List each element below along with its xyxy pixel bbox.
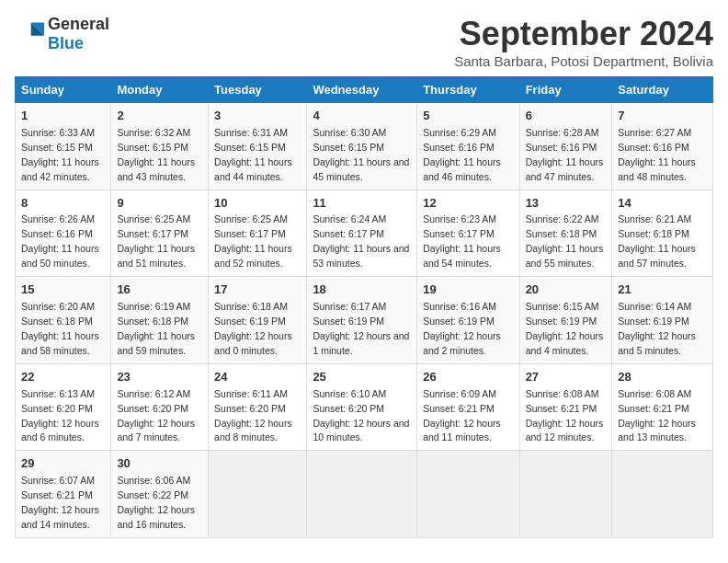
day-info: Sunrise: 6:06 AMSunset: 6:22 PMDaylight:… [117,475,195,530]
day-info: Sunrise: 6:21 AMSunset: 6:18 PMDaylight:… [618,213,696,269]
day-info: Sunrise: 6:25 AMSunset: 6:17 PMDaylight:… [214,213,292,269]
day-number: 22 [21,369,105,386]
day-info: Sunrise: 6:32 AMSunset: 6:15 PMDaylight:… [117,127,195,182]
day-number: 9 [117,195,202,213]
day-number: 24 [214,369,301,386]
day-number: 28 [618,369,707,386]
table-row: 20Sunrise: 6:15 AMSunset: 6:19 PMDayligh… [519,277,612,364]
day-number: 27 [526,369,607,386]
day-info: Sunrise: 6:13 AMSunset: 6:20 PMDaylight:… [21,388,99,443]
day-number: 15 [21,282,105,299]
day-info: Sunrise: 6:08 AMSunset: 6:21 PMDaylight:… [618,388,696,443]
day-info: Sunrise: 6:25 AMSunset: 6:17 PMDaylight:… [117,213,195,269]
day-info: Sunrise: 6:18 AMSunset: 6:19 PMDaylight:… [214,301,292,356]
day-info: Sunrise: 6:17 AMSunset: 6:19 PMDaylight:… [313,301,409,356]
title-area: September 2024 Santa Barbara, Potosi Dep… [454,15,713,69]
table-row: 22Sunrise: 6:13 AMSunset: 6:20 PMDayligh… [16,363,111,451]
table-row: 13Sunrise: 6:22 AMSunset: 6:18 PMDayligh… [519,190,612,277]
day-number: 6 [526,108,607,125]
table-row: 8Sunrise: 6:26 AMSunset: 6:16 PMDaylight… [16,190,111,277]
day-number: 26 [423,369,513,386]
logo-blue: Blue [48,34,84,52]
page-subtitle: Santa Barbara, Potosi Department, Bolivi… [454,53,713,69]
day-info: Sunrise: 6:15 AMSunset: 6:19 PMDaylight:… [526,301,604,356]
header-row: Sunday Monday Tuesday Wednesday Thursday… [16,77,713,103]
day-info: Sunrise: 6:27 AMSunset: 6:16 PMDaylight:… [618,127,696,182]
day-number: 1 [21,108,105,125]
table-row: 27Sunrise: 6:08 AMSunset: 6:21 PMDayligh… [519,363,612,451]
day-info: Sunrise: 6:33 AMSunset: 6:15 PMDaylight:… [21,127,99,182]
day-number: 23 [117,369,202,386]
table-row: 5Sunrise: 6:29 AMSunset: 6:16 PMDaylight… [417,103,519,190]
table-row: 17Sunrise: 6:18 AMSunset: 6:19 PMDayligh… [209,277,307,364]
day-info: Sunrise: 6:12 AMSunset: 6:20 PMDaylight:… [117,388,195,443]
table-row: 7Sunrise: 6:27 AMSunset: 6:16 PMDaylight… [612,103,713,190]
table-row: 6Sunrise: 6:28 AMSunset: 6:16 PMDaylight… [519,103,612,190]
table-row: 23Sunrise: 6:12 AMSunset: 6:20 PMDayligh… [111,363,209,451]
day-number: 17 [214,282,301,299]
col-wednesday: Wednesday [307,77,417,103]
table-row: 18Sunrise: 6:17 AMSunset: 6:19 PMDayligh… [307,277,417,364]
day-number: 20 [526,282,607,299]
day-number: 2 [117,108,202,125]
table-row: 15Sunrise: 6:20 AMSunset: 6:18 PMDayligh… [16,277,111,364]
day-info: Sunrise: 6:07 AMSunset: 6:21 PMDaylight:… [21,475,99,530]
day-info: Sunrise: 6:16 AMSunset: 6:19 PMDaylight:… [423,301,501,356]
logo-icon [15,19,44,49]
day-info: Sunrise: 6:30 AMSunset: 6:15 PMDaylight:… [313,127,409,182]
table-row: 1Sunrise: 6:33 AMSunset: 6:15 PMDaylight… [16,103,111,190]
table-row: 3Sunrise: 6:31 AMSunset: 6:15 PMDaylight… [209,103,307,190]
header: General Blue September 2024 Santa Barbar… [15,15,713,69]
table-row [417,451,519,538]
day-number: 21 [618,282,707,299]
table-row: 26Sunrise: 6:09 AMSunset: 6:21 PMDayligh… [417,363,519,451]
table-row: 9Sunrise: 6:25 AMSunset: 6:17 PMDaylight… [111,190,209,277]
col-friday: Friday [519,77,612,103]
day-number: 10 [214,195,301,213]
day-info: Sunrise: 6:11 AMSunset: 6:20 PMDaylight:… [214,388,292,443]
table-row: 24Sunrise: 6:11 AMSunset: 6:20 PMDayligh… [209,363,307,451]
logo: General Blue [15,15,109,53]
day-number: 11 [313,195,411,213]
table-row [209,451,307,538]
table-row: 10Sunrise: 6:25 AMSunset: 6:17 PMDayligh… [209,190,307,277]
table-row: 12Sunrise: 6:23 AMSunset: 6:17 PMDayligh… [417,190,519,277]
day-number: 29 [21,455,105,473]
day-info: Sunrise: 6:19 AMSunset: 6:18 PMDaylight:… [117,301,195,356]
day-number: 8 [21,195,105,213]
col-thursday: Thursday [417,77,519,103]
day-info: Sunrise: 6:10 AMSunset: 6:20 PMDaylight:… [313,388,409,443]
col-saturday: Saturday [612,77,713,103]
day-number: 25 [313,369,411,386]
table-row: 30Sunrise: 6:06 AMSunset: 6:22 PMDayligh… [111,451,209,538]
logo-general: General [48,15,109,33]
day-number: 12 [423,195,513,213]
page-title: September 2024 [454,15,713,53]
day-number: 4 [313,108,411,125]
day-number: 7 [618,108,707,125]
table-row: 25Sunrise: 6:10 AMSunset: 6:20 PMDayligh… [307,363,417,451]
calendar-table: Sunday Monday Tuesday Wednesday Thursday… [15,76,713,538]
table-row: 4Sunrise: 6:30 AMSunset: 6:15 PMDaylight… [307,103,417,190]
day-info: Sunrise: 6:14 AMSunset: 6:19 PMDaylight:… [618,301,696,356]
day-info: Sunrise: 6:22 AMSunset: 6:18 PMDaylight:… [526,213,604,269]
day-number: 19 [423,282,513,299]
day-number: 14 [618,195,707,213]
day-number: 16 [117,282,202,299]
day-info: Sunrise: 6:29 AMSunset: 6:16 PMDaylight:… [423,127,501,182]
table-row [519,451,612,538]
day-number: 30 [117,455,202,473]
table-row: 11Sunrise: 6:24 AMSunset: 6:17 PMDayligh… [307,190,417,277]
table-row: 21Sunrise: 6:14 AMSunset: 6:19 PMDayligh… [612,277,713,364]
day-info: Sunrise: 6:09 AMSunset: 6:21 PMDaylight:… [423,388,501,443]
table-row: 28Sunrise: 6:08 AMSunset: 6:21 PMDayligh… [612,363,713,451]
day-info: Sunrise: 6:24 AMSunset: 6:17 PMDaylight:… [313,213,409,269]
col-tuesday: Tuesday [209,77,307,103]
table-row: 16Sunrise: 6:19 AMSunset: 6:18 PMDayligh… [111,277,209,364]
day-info: Sunrise: 6:23 AMSunset: 6:17 PMDaylight:… [423,213,501,269]
table-row [307,451,417,538]
table-row [612,451,713,538]
day-number: 3 [214,108,301,125]
day-info: Sunrise: 6:08 AMSunset: 6:21 PMDaylight:… [526,388,604,443]
day-info: Sunrise: 6:26 AMSunset: 6:16 PMDaylight:… [21,213,99,269]
